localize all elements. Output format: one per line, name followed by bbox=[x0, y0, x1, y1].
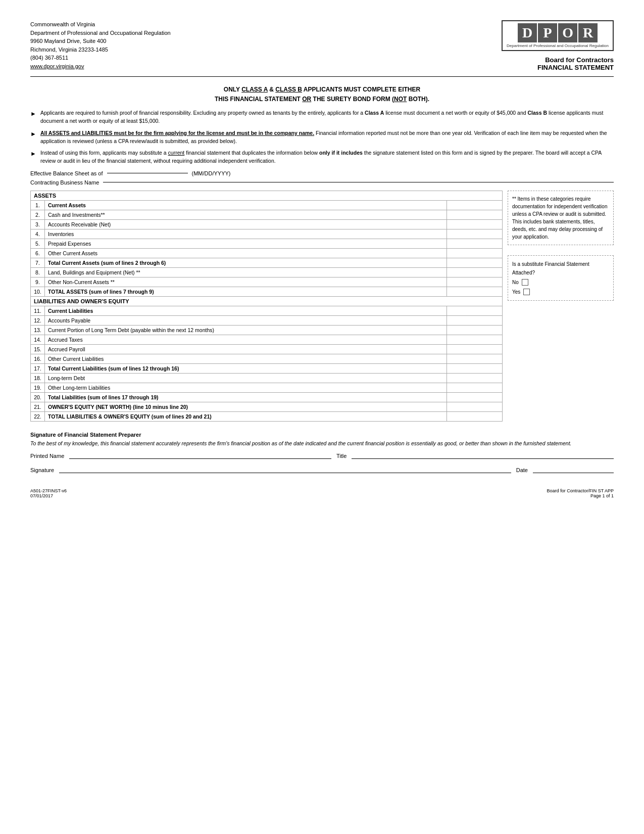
row-num: 5. bbox=[31, 239, 45, 248]
header-line2: Department of Professional and Occupatio… bbox=[30, 29, 171, 37]
row-label: Total Current Assets (sum of lines 2 thr… bbox=[45, 258, 447, 267]
row-value[interactable] bbox=[447, 383, 503, 392]
instruction-3: ► Instead of using this form, applicants… bbox=[30, 149, 614, 165]
assets-header: ASSETS bbox=[31, 191, 503, 200]
bullet-arrow-3: ► bbox=[30, 149, 36, 165]
substitute-question: Is a substitute Financial Statement Atta… bbox=[512, 260, 609, 277]
table-row: 7. Total Current Assets (sum of lines 2 … bbox=[31, 258, 503, 267]
signature-section-title: Signature of Financial Statement Prepare… bbox=[30, 432, 614, 438]
main-content: ASSETS 1. Current Assets 2. Cash and Inv… bbox=[30, 191, 614, 422]
row-label: TOTAL LIABILITIES & OWNER'S EQUITY (sum … bbox=[45, 411, 447, 421]
row-value[interactable] bbox=[447, 363, 503, 373]
row-value[interactable] bbox=[447, 229, 503, 239]
header-line3: 9960 Mayland Drive, Suite 400 bbox=[30, 37, 171, 45]
table-row: 16. Other Current Liabilities bbox=[31, 354, 503, 363]
row-value[interactable] bbox=[447, 219, 503, 229]
row-value[interactable] bbox=[447, 402, 503, 411]
row-value[interactable] bbox=[447, 344, 503, 354]
table-row: 15. Accrued Payroll bbox=[31, 344, 503, 354]
signature-statement: To the best of my knowledge, this financ… bbox=[30, 440, 614, 448]
signature-input[interactable] bbox=[59, 473, 511, 473]
logo-p: P bbox=[538, 23, 557, 42]
row-num: 17. bbox=[31, 363, 45, 373]
date-input[interactable] bbox=[533, 473, 614, 473]
header-line5: (804) 367-8511 bbox=[30, 54, 171, 62]
printed-name-input[interactable] bbox=[69, 458, 331, 459]
row-num: 4. bbox=[31, 229, 45, 239]
heading-line2: THIS FINANCIAL STATEMENT OR THE SURETY B… bbox=[30, 95, 614, 104]
yes-checkbox[interactable] bbox=[523, 289, 530, 295]
liabilities-header-row: LIABILITIES AND OWNER'S EQUITY bbox=[31, 296, 503, 306]
verification-note-box: ** Items in these categories require doc… bbox=[508, 191, 614, 245]
row-value[interactable] bbox=[447, 267, 503, 277]
row-value[interactable] bbox=[447, 411, 503, 421]
table-row: 5. Prepaid Expenses bbox=[31, 239, 503, 248]
title-input[interactable] bbox=[352, 458, 614, 459]
yes-checkbox-row: Yes bbox=[512, 288, 609, 296]
table-row: 13. Current Portion of Long Term Debt (p… bbox=[31, 325, 503, 335]
no-checkbox[interactable] bbox=[522, 279, 528, 286]
header-line4: Richmond, Virginia 23233-1485 bbox=[30, 45, 171, 54]
substitute-box: Is a substitute Financial Statement Atta… bbox=[508, 255, 614, 301]
row-label: Land, Buildings and Equipment (Net) ** bbox=[45, 267, 447, 277]
footer: A501-27FINST-v6 07/01/2017 Board for Con… bbox=[30, 488, 614, 498]
row-value[interactable] bbox=[447, 210, 503, 219]
row-num: 11. bbox=[31, 306, 45, 315]
row-label: Current Portion of Long Term Debt (payab… bbox=[45, 325, 447, 335]
contracting-name-input[interactable] bbox=[103, 182, 614, 182]
row-value[interactable] bbox=[447, 373, 503, 383]
row-value[interactable] bbox=[447, 248, 503, 258]
header: Commonwealth of Virginia Department of P… bbox=[30, 20, 614, 71]
row-value[interactable] bbox=[447, 200, 503, 210]
effective-label: Effective Balance Sheet as of bbox=[30, 170, 103, 176]
date-format-label: (MM/DD/YYYY) bbox=[192, 170, 231, 176]
header-right: D P O R Department of Professional and O… bbox=[502, 20, 614, 71]
row-value[interactable] bbox=[447, 335, 503, 344]
header-link[interactable]: www.dpor.virginia.gov bbox=[30, 62, 171, 71]
verification-note-text: ** Items in these categories require doc… bbox=[512, 196, 607, 240]
liabilities-header: LIABILITIES AND OWNER'S EQUITY bbox=[31, 296, 503, 306]
board-name: Board for Contractors bbox=[537, 56, 614, 64]
right-notes: ** Items in these categories require doc… bbox=[508, 191, 614, 422]
row-label: Other Current Assets bbox=[45, 248, 447, 258]
row-value[interactable] bbox=[447, 277, 503, 287]
no-label: No bbox=[512, 278, 519, 287]
logo-o: O bbox=[558, 23, 577, 42]
row-value[interactable] bbox=[447, 392, 503, 402]
row-value[interactable] bbox=[447, 239, 503, 248]
signature-label: Signature bbox=[30, 467, 54, 473]
instruction-2: ► All ASSETS and LIABILITIES must be for… bbox=[30, 129, 614, 146]
row-num: 7. bbox=[31, 258, 45, 267]
table-row: 9. Other Non-Current Assets ** bbox=[31, 277, 503, 287]
row-label: TOTAL ASSETS (sum of lines 7 through 9) bbox=[45, 287, 447, 296]
table-row: 1. Current Assets bbox=[31, 200, 503, 210]
financial-table: ASSETS 1. Current Assets 2. Cash and Inv… bbox=[30, 191, 503, 422]
table-row: 10. TOTAL ASSETS (sum of lines 7 through… bbox=[31, 287, 503, 296]
row-value[interactable] bbox=[447, 258, 503, 267]
row-num: 14. bbox=[31, 335, 45, 344]
row-num: 6. bbox=[31, 248, 45, 258]
row-value[interactable] bbox=[447, 287, 503, 296]
financial-table-section: ASSETS 1. Current Assets 2. Cash and Inv… bbox=[30, 191, 503, 422]
row-label: OWNER'S EQUITY (NET WORTH) (line 10 minu… bbox=[45, 402, 447, 411]
row-num: 1. bbox=[31, 200, 45, 210]
row-num: 9. bbox=[31, 277, 45, 287]
row-value[interactable] bbox=[447, 306, 503, 315]
title-label: Title bbox=[336, 453, 346, 459]
row-value[interactable] bbox=[447, 315, 503, 325]
effective-date-input[interactable] bbox=[107, 173, 188, 173]
financial-statement-title: FINANCIAL STATEMENT bbox=[537, 64, 614, 71]
printed-name-label: Printed Name bbox=[30, 453, 64, 459]
row-label: Long-term Debt bbox=[45, 373, 447, 383]
table-row: 20. Total Liabilities (sum of lines 17 t… bbox=[31, 392, 503, 402]
row-num: 2. bbox=[31, 210, 45, 219]
row-value[interactable] bbox=[447, 325, 503, 335]
date-label: Date bbox=[516, 467, 528, 473]
row-num: 21. bbox=[31, 402, 45, 411]
assets-header-row: ASSETS bbox=[31, 191, 503, 200]
header-line1: Commonwealth of Virginia bbox=[30, 20, 171, 29]
contracting-name-line: Contracting Business Name bbox=[30, 179, 614, 186]
table-row: 22. TOTAL LIABILITIES & OWNER'S EQUITY (… bbox=[31, 411, 503, 421]
table-row: 3. Accounts Receivable (Net) bbox=[31, 219, 503, 229]
row-value[interactable] bbox=[447, 354, 503, 363]
